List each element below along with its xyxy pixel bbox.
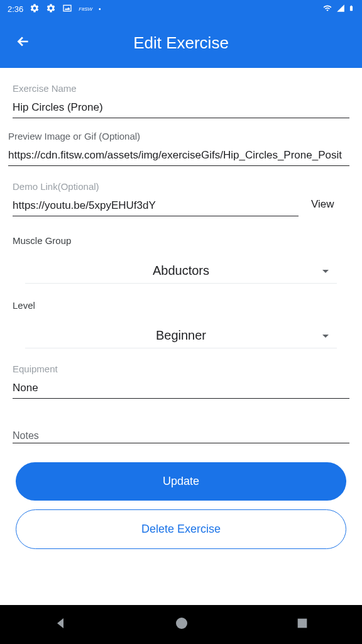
battery-icon <box>348 3 354 15</box>
level-dropdown[interactable]: Beginner <box>25 323 337 348</box>
chevron-down-icon <box>322 330 329 341</box>
demo-link-field: Demo Link(Optional) View <box>13 181 349 216</box>
view-link[interactable]: View <box>311 198 334 214</box>
status-left: 2:36 FitSW • <box>8 3 101 15</box>
app-header: Edit Exercise <box>0 18 362 68</box>
preview-input[interactable] <box>8 145 349 166</box>
demo-link-label: Demo Link(Optional) <box>13 181 349 192</box>
settings-icon <box>46 3 56 15</box>
preview-label: Preview Image or Gif (Optional) <box>8 131 349 142</box>
notes-input[interactable] <box>13 443 349 443</box>
muscle-group-label: Muscle Group <box>13 235 349 246</box>
exercise-name-label: Exercise Name <box>13 83 349 94</box>
demo-link-input[interactable] <box>13 196 299 216</box>
notes-label: Notes <box>13 430 39 441</box>
svg-rect-0 <box>63 5 71 11</box>
page-title: Edit Exercise <box>15 33 347 53</box>
exercise-name-input[interactable] <box>13 97 349 118</box>
notes-field: Notes <box>13 430 349 443</box>
dot-icon: • <box>99 6 101 13</box>
equipment-field: Equipment <box>13 364 349 399</box>
equipment-input[interactable] <box>13 378 349 399</box>
image-icon <box>62 3 72 15</box>
update-button[interactable]: Update <box>16 462 346 501</box>
status-right <box>322 3 354 15</box>
form-content: Exercise Name Preview Image or Gif (Opti… <box>0 68 362 605</box>
nav-home-icon[interactable] <box>174 616 189 633</box>
muscle-group-field: Muscle Group Abductors <box>13 235 349 284</box>
back-button[interactable] <box>15 33 31 52</box>
exercise-name-field: Exercise Name <box>13 83 349 118</box>
status-time: 2:36 <box>8 4 23 14</box>
chevron-down-icon <box>322 265 329 277</box>
status-bar: 2:36 FitSW • <box>0 0 362 18</box>
signal-icon <box>336 4 346 14</box>
equipment-label: Equipment <box>13 364 349 374</box>
app-badge: FitSW <box>79 6 92 12</box>
delete-button[interactable]: Delete Exercise <box>16 509 346 549</box>
svg-point-1 <box>176 618 187 629</box>
settings-icon <box>30 3 40 15</box>
preview-field: Preview Image or Gif (Optional) <box>13 131 349 166</box>
level-value: Beginner <box>156 328 206 343</box>
system-nav-bar <box>0 605 362 644</box>
svg-rect-2 <box>297 619 307 628</box>
muscle-group-value: Abductors <box>153 264 209 278</box>
level-field: Level Beginner <box>13 300 349 348</box>
nav-back-icon[interactable] <box>53 616 68 633</box>
nav-recent-icon[interactable] <box>295 616 309 633</box>
muscle-group-dropdown[interactable]: Abductors <box>25 258 337 284</box>
level-label: Level <box>13 300 349 311</box>
wifi-icon <box>322 4 333 14</box>
